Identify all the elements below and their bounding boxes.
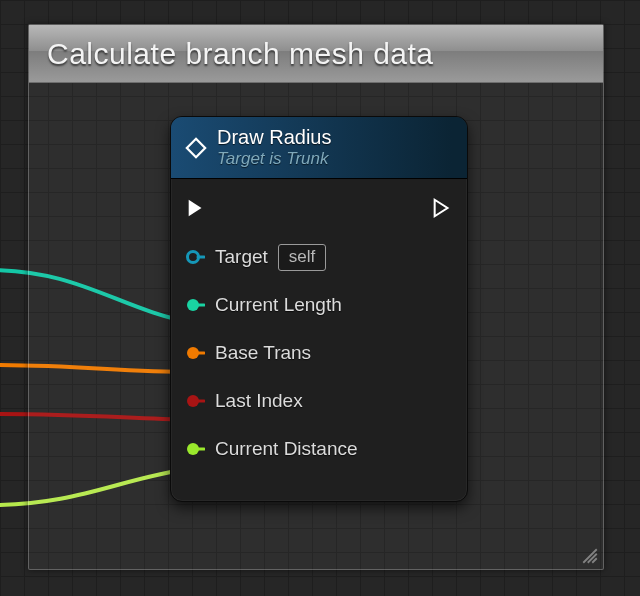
pin-base-trans-label: Base Trans: [215, 342, 311, 364]
pin-current-distance[interactable]: Current Distance: [185, 425, 453, 473]
pin-target[interactable]: Target self: [185, 233, 453, 281]
pin-current-distance-icon[interactable]: [185, 439, 205, 459]
exec-out-pin[interactable]: [431, 197, 453, 219]
blueprint-node-draw-radius[interactable]: Draw Radius Target is Trunk Target self: [170, 116, 468, 502]
pin-target-icon[interactable]: [185, 247, 205, 267]
pin-last-index[interactable]: Last Index: [185, 377, 453, 425]
resize-grip-icon[interactable]: [581, 547, 599, 565]
comment-title: Calculate branch mesh data: [47, 37, 434, 71]
exec-in-pin[interactable]: [185, 197, 207, 219]
pin-target-label: Target: [215, 246, 268, 268]
pin-current-length-label: Current Length: [215, 294, 342, 316]
comment-header[interactable]: Calculate branch mesh data: [29, 25, 603, 83]
function-icon: [185, 137, 207, 159]
node-title: Draw Radius: [217, 126, 331, 149]
pin-current-length-icon[interactable]: [185, 295, 205, 315]
node-body: Target self Current Length Base Trans: [171, 179, 467, 487]
pin-current-distance-label: Current Distance: [215, 438, 358, 460]
pin-current-length[interactable]: Current Length: [185, 281, 453, 329]
pin-last-index-icon[interactable]: [185, 391, 205, 411]
node-subtitle: Target is Trunk: [217, 149, 331, 169]
node-header-texts: Draw Radius Target is Trunk: [217, 126, 331, 169]
exec-row: [185, 189, 453, 227]
pin-base-trans-icon[interactable]: [185, 343, 205, 363]
pin-base-trans[interactable]: Base Trans: [185, 329, 453, 377]
node-header[interactable]: Draw Radius Target is Trunk: [171, 117, 467, 179]
pin-target-default[interactable]: self: [278, 244, 326, 271]
pin-last-index-label: Last Index: [215, 390, 303, 412]
